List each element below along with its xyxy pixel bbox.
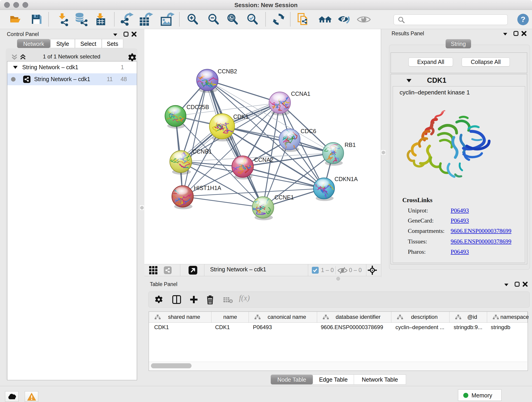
- svg-text:RB1: RB1: [345, 142, 356, 148]
- svg-text:CCNA2: CCNA2: [254, 157, 273, 163]
- svg-text:CCNE1: CCNE1: [274, 194, 294, 201]
- svg-text:CCNB2: CCNB2: [218, 68, 237, 75]
- svg-text:CCNB1: CCNB1: [192, 148, 212, 155]
- svg-text:CDK1: CDK1: [233, 114, 249, 120]
- svg-text:HIST1H1A: HIST1H1A: [194, 185, 221, 191]
- svg-text:CDC25B: CDC25B: [186, 104, 209, 110]
- svg-text:?: ?: [521, 15, 526, 24]
- svg-text:CCNA1: CCNA1: [291, 90, 310, 97]
- svg-text:CDKN1A: CDKN1A: [335, 176, 358, 182]
- svg-text:CDC6: CDC6: [301, 128, 316, 134]
